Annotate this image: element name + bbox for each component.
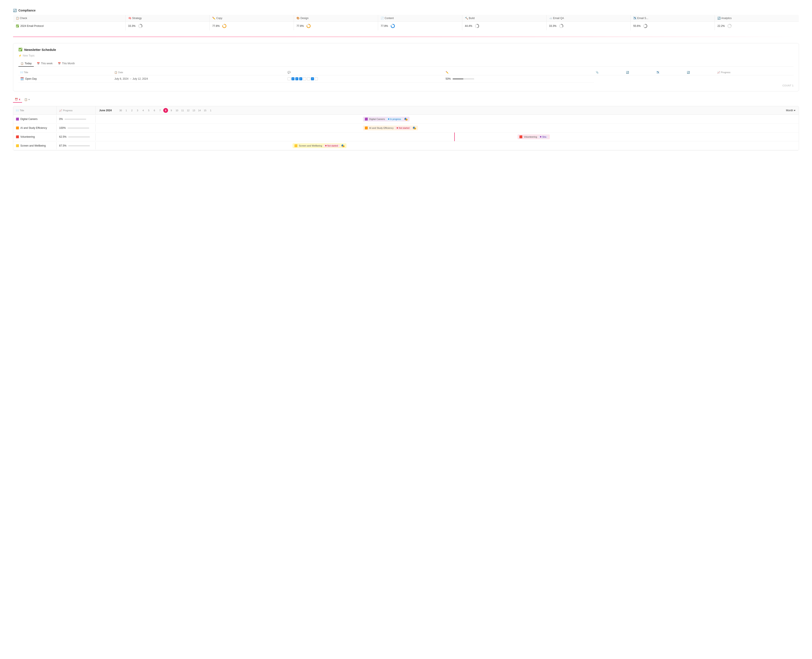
compliance-title: Compliance (18, 9, 36, 12)
checkbox-1[interactable] (287, 77, 290, 80)
nl-col-date: 📋 Date (113, 70, 285, 75)
nl-cb-cell-1: ✓ ✓ ✓ ✓ (286, 75, 444, 82)
checkbox-6[interactable] (307, 77, 310, 80)
date-14: 14 (197, 109, 202, 112)
nl-col-title: ✉️ Title (18, 70, 113, 75)
tab-month-icon: 📅 (58, 62, 61, 65)
vol-bar-label: Volunteering (524, 136, 537, 138)
btab-add[interactable]: 📋 + (22, 97, 32, 102)
ai-status-badge: Not started (395, 126, 411, 130)
nl-title-cell: 🗓️ Open Day (18, 75, 113, 82)
digital-careers-title: Digital Careers (20, 118, 38, 121)
gantt-row-screen-wellbeing: 🟨 Screen and Wellbeing 87.5% 🟨 Screen an… (13, 141, 799, 150)
gantt-progress-label: Progress (63, 109, 73, 112)
btab-timeline[interactable]: ⏰ x (13, 96, 22, 102)
newsletter-check-icon: ✅ (18, 47, 22, 52)
digital-careers-gantt-right: 🟪 Digital Careers In progress 🎭 (96, 115, 799, 123)
date-3: 3 (135, 109, 140, 112)
open-day-icon: 🗓️ (20, 77, 24, 80)
ai-study-title: AI and Study Efficiency (20, 126, 47, 129)
dc-status-dot (388, 118, 389, 120)
sw-bar-avatar: 🎭 (341, 144, 345, 147)
col-analytics: 🔄 Analytics (715, 15, 799, 22)
checkbox-2[interactable]: ✓ (292, 77, 295, 80)
tab-today-icon: 📋 (20, 62, 24, 65)
newsletter-tabs: 📋 Today 📅 This week 📅 This Month (18, 61, 794, 67)
nl-header-row: ✉️ Title 📋 Date 💬 ✏️ 📎 🔄 ✈️ 🔄 📈 Progress (18, 70, 794, 75)
digital-careers-title-cell: 🟪 Digital Careers (13, 115, 57, 123)
nl-col-progress: 📈 Progress (716, 70, 794, 75)
newsletter-section: ✅ Newsletter Schedule ⚡ New Topic 📋 Toda… (13, 43, 799, 91)
checkbox-4[interactable]: ✓ (299, 77, 302, 80)
new-topic-button[interactable]: ⚡ New Topic (18, 54, 35, 58)
design-ring (391, 24, 395, 28)
tab-this-month[interactable]: 📅 This Month (56, 61, 77, 67)
project-icon: ✅ (16, 24, 19, 27)
design-progress-cell: 77.8% (378, 22, 462, 30)
screen-progress-val: 87.5% (59, 144, 66, 147)
tab-this-week[interactable]: 📅 This week (35, 61, 55, 67)
sw-bar-label: Screen and Wellbeing (299, 144, 322, 147)
volunteering-progress-cell: 62.5% (57, 133, 96, 140)
volunteering-progress-val: 62.5% (59, 135, 66, 138)
nl-col-cb5: ✈️ (654, 70, 685, 75)
digital-careers-pbar (65, 119, 86, 120)
date-9: 9 (169, 109, 173, 112)
today-vertical-line (454, 132, 455, 141)
date-1: 1 (124, 109, 129, 112)
sw-bar-icon: 🟨 (294, 144, 298, 147)
date-4: 4 (141, 109, 145, 112)
content-progress-cell: 44.4% (462, 22, 546, 30)
checkbox-3[interactable]: ✓ (295, 77, 298, 80)
checkbox-5[interactable] (303, 77, 306, 80)
screen-bar: 🟨 Screen and Wellbeing Not started 🎭 (293, 143, 346, 148)
month-selector[interactable]: Month ▾ (786, 109, 795, 112)
checkbox-8[interactable] (315, 77, 318, 80)
gantt-left-volunteering: 🟥 Volunteering 62.5% (13, 133, 96, 140)
gantt-section: ✉️ Title 📈 Progress June 2024 30 1 2 3 4… (13, 106, 799, 150)
dc-status-label: In progress (390, 118, 401, 120)
gantt-row-volunteering: 🟥 Volunteering 62.5% 🟥 Volunteering Stra (13, 132, 799, 141)
nl-progress-cell: 50% (444, 75, 594, 82)
checkbox-7[interactable]: ✓ (311, 77, 314, 80)
tab-today[interactable]: 📋 Today (18, 61, 34, 67)
btab-x-label: x (19, 98, 20, 101)
nl-col-cb1: 💬 (286, 70, 444, 75)
compliance-table: 📋 Check 🧠 Strategy ✏️ Copy 🎨 Design 📄 Co… (13, 15, 799, 30)
lightning-icon: ⚡ (18, 54, 22, 57)
ai-study-pbar (68, 128, 89, 129)
open-day-date: July 8, 2024 → July 12, 2024 (114, 77, 148, 80)
nl-date-cell: July 8, 2024 → July 12, 2024 (113, 75, 285, 82)
volunteering-pbar (68, 136, 90, 137)
gantt-left-ai-study: 🟧 AI and Study Efficiency 100% (13, 124, 96, 132)
progress-col-icon: 📈 (717, 71, 720, 74)
vol-status-label: Stra (542, 136, 546, 138)
table-row: ✅ 2024 Email Protocol 33.3% (13, 22, 799, 30)
new-topic-label: New Topic (23, 54, 35, 57)
newsletter-title: Newsletter Schedule (24, 48, 56, 52)
check-progress-cell: 33.3% (125, 22, 210, 30)
strategy-progress-cell: 77.8% (210, 22, 294, 30)
section-divider (13, 36, 799, 37)
sw-status-label: Not started (327, 145, 338, 147)
strategy-ring (222, 24, 227, 28)
email-qa-progress-cell: 55.6% (631, 22, 715, 30)
compliance-section: 🔄 Compliance 📋 Check 🧠 Strategy ✏️ Copy … (13, 9, 799, 30)
vol-status-badge: Stra (538, 135, 548, 139)
col-strategy: 🧠 Strategy (125, 15, 210, 22)
dc-bar-icon: 🟪 (365, 118, 368, 121)
ai-bar-icon: 🟧 (365, 126, 368, 129)
content-value: 44.4% (465, 24, 473, 27)
strategy-value: 77.8% (212, 24, 221, 27)
ai-study-bar: 🟧 AI and Study Efficiency Not started 🎭 (363, 126, 418, 130)
newsletter-table: ✉️ Title 📋 Date 💬 ✏️ 📎 🔄 ✈️ 🔄 📈 Progress (18, 70, 794, 82)
build-value: 33.3% (549, 24, 557, 27)
date-12: 12 (186, 109, 191, 112)
build-ring (559, 24, 563, 28)
ai-bar-avatar: 🎭 (413, 126, 416, 130)
dc-bar-label: Digital Careers (369, 118, 385, 120)
date-30: 30 (118, 109, 123, 112)
ai-status-dot (397, 127, 398, 129)
screen-icon: 🟨 (16, 144, 19, 147)
email-qa-ring (643, 24, 647, 28)
